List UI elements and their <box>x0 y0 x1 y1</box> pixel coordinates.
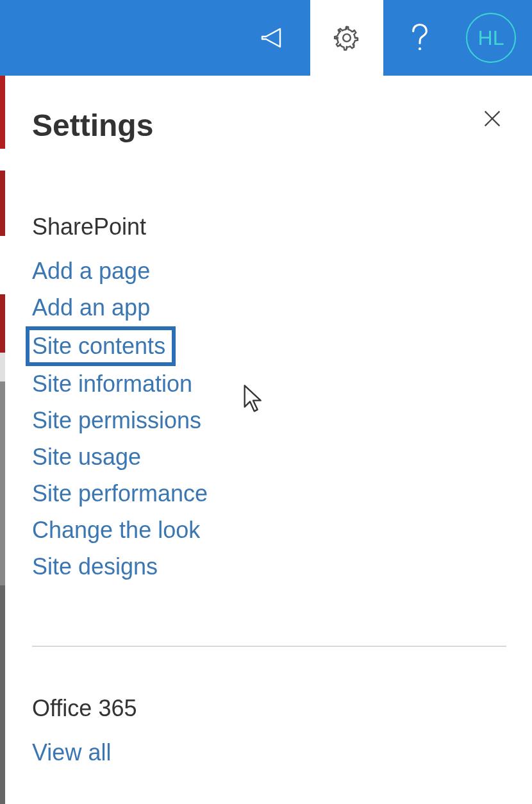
link-site-contents[interactable]: Site contents <box>26 326 176 366</box>
link-add-page[interactable]: Add a page <box>32 253 506 290</box>
link-view-all[interactable]: View all <box>32 735 506 771</box>
gear-icon <box>333 24 361 52</box>
link-add-app[interactable]: Add an app <box>32 290 506 326</box>
close-icon <box>481 108 503 130</box>
link-site-performance[interactable]: Site performance <box>32 476 506 512</box>
megaphone-button[interactable] <box>237 0 310 76</box>
settings-button[interactable] <box>310 0 383 76</box>
close-button[interactable] <box>478 108 506 130</box>
avatar-initials: HL <box>478 26 504 50</box>
link-site-usage[interactable]: Site usage <box>32 439 506 476</box>
svg-point-0 <box>343 34 351 42</box>
settings-panel: Settings SharePoint Add a page Add an ap… <box>5 76 532 804</box>
megaphone-icon <box>258 22 289 53</box>
section-title-office365: Office 365 <box>32 695 506 722</box>
link-change-look[interactable]: Change the look <box>32 512 506 549</box>
svg-point-1 <box>419 47 421 50</box>
panel-header: Settings <box>32 108 506 143</box>
help-button[interactable] <box>383 0 456 76</box>
help-icon <box>407 22 433 53</box>
left-edge-strip <box>0 76 5 804</box>
section-divider <box>32 646 506 647</box>
section-title-sharepoint: SharePoint <box>32 214 506 240</box>
office365-links: View all <box>32 735 506 771</box>
link-site-designs[interactable]: Site designs <box>32 549 506 585</box>
app-header: HL <box>0 0 532 76</box>
sharepoint-links: Add a page Add an app Site contents Site… <box>32 253 506 585</box>
user-avatar[interactable]: HL <box>466 13 516 63</box>
link-site-information[interactable]: Site information <box>32 366 506 403</box>
panel-title: Settings <box>32 108 153 143</box>
link-site-permissions[interactable]: Site permissions <box>32 403 506 439</box>
